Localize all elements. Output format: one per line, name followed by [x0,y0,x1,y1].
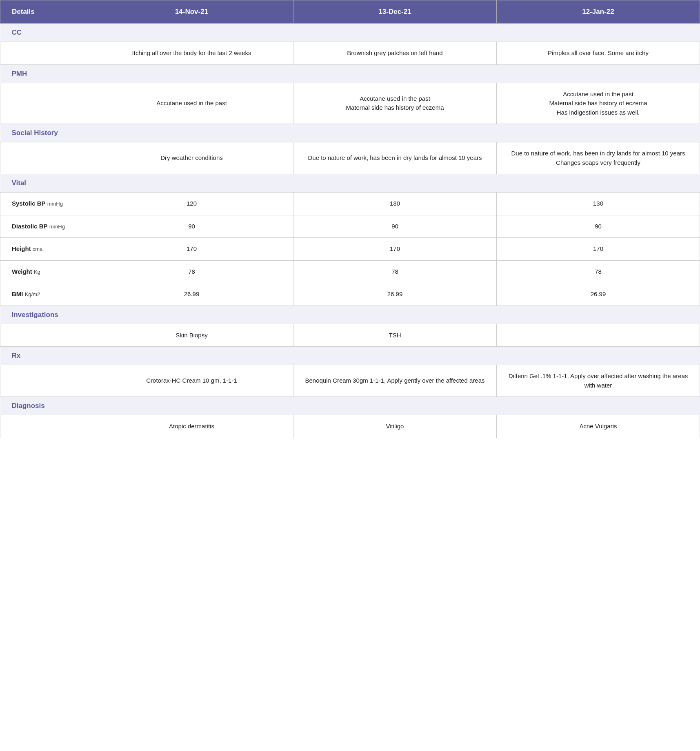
vital-label-bmi: BMI Kg/m2 [0,283,90,306]
rx-row: Crotorax-HC Cream 10 gm, 1-1-1 Benoquin … [0,365,700,397]
investigations-row: Skin Biopsy TSH – [0,324,700,347]
diagnosis-row: Atopic dermatitis Vitiligo Acne Vulgaris [0,415,700,438]
vital-label-height: Height cms. [0,238,90,261]
diagnosis-label [0,415,90,438]
vital-systolic-d1: 120 [90,193,293,215]
vital-systolic-d2: 130 [293,193,497,215]
rx-d2: Benoquin Cream 30gm 1-1-1, Apply gently … [293,365,497,397]
cc-d3: Pimples all over face. Some are itchy [497,42,700,65]
pmh-d1: Accutane used in the past [90,83,293,124]
header-date2: 13-Dec-21 [293,0,497,24]
vital-height-d3: 170 [497,238,700,261]
vital-bmi-d2: 26.99 [293,283,497,306]
vital-systolic-d3: 130 [497,193,700,215]
vital-weight-d1: 78 [90,260,293,283]
vital-row-diastolic: Diastolic BP mmHg 90 90 90 [0,215,700,238]
social-history-label [0,142,90,174]
header-details: Details [0,0,90,24]
rx-d1: Crotorax-HC Cream 10 gm, 1-1-1 [90,365,293,397]
section-vital: Vital [0,174,700,193]
section-investigations: Investigations [0,306,700,324]
cc-d1: Itching all over the body for the last 2… [90,42,293,65]
cc-row: Itching all over the body for the last 2… [0,42,700,65]
pmh-row: Accutane used in the past Accutane used … [0,83,700,124]
vital-row-height: Height cms. 170 170 170 [0,238,700,261]
investigations-d1: Skin Biopsy [90,324,293,347]
section-cc: CC [0,24,700,42]
diagnosis-d3: Acne Vulgaris [497,415,700,438]
vital-diastolic-d3: 90 [497,215,700,238]
social-history-d2: Due to nature of work, has been in dry l… [293,142,497,174]
vital-label-weight: Weight Kg [0,260,90,283]
vital-height-d1: 170 [90,238,293,261]
investigations-label [0,324,90,347]
investigations-d3: – [497,324,700,347]
vital-bmi-d3: 26.99 [497,283,700,306]
vital-weight-d2: 78 [293,260,497,283]
vital-height-d2: 170 [293,238,497,261]
pmh-d2: Accutane used in the past Maternal side … [293,83,497,124]
vital-diastolic-d2: 90 [293,215,497,238]
vital-label-systolic: Systolic BP mmHg [0,193,90,215]
vital-label-diastolic: Diastolic BP mmHg [0,215,90,238]
vital-weight-d3: 78 [497,260,700,283]
cc-d2: Brownish grey patches on left hand [293,42,497,65]
vital-row-weight: Weight Kg 78 78 78 [0,260,700,283]
header-date1: 14-Nov-21 [90,0,293,24]
pmh-d3: Accutane used in the past Maternal side … [497,83,700,124]
header-date3: 12-Jan-22 [497,0,700,24]
vital-diastolic-d1: 90 [90,215,293,238]
social-history-row: Dry weather conditions Due to nature of … [0,142,700,174]
social-history-d1: Dry weather conditions [90,142,293,174]
vital-row-bmi: BMI Kg/m2 26.99 26.99 26.99 [0,283,700,306]
section-pmh: PMH [0,64,700,83]
diagnosis-d2: Vitiligo [293,415,497,438]
investigations-d2: TSH [293,324,497,347]
rx-d3: Differin Gel .1% 1-1-1, Apply over affec… [497,365,700,397]
vital-bmi-d1: 26.99 [90,283,293,306]
cc-label [0,42,90,65]
social-history-d3: Due to nature of work, has been in dry l… [497,142,700,174]
section-rx: Rx [0,347,700,365]
pmh-label [0,83,90,124]
section-social-history: Social History [0,124,700,142]
rx-label [0,365,90,397]
section-diagnosis: Diagnosis [0,397,700,415]
diagnosis-d1: Atopic dermatitis [90,415,293,438]
vital-row-systolic: Systolic BP mmHg 120 130 130 [0,193,700,215]
